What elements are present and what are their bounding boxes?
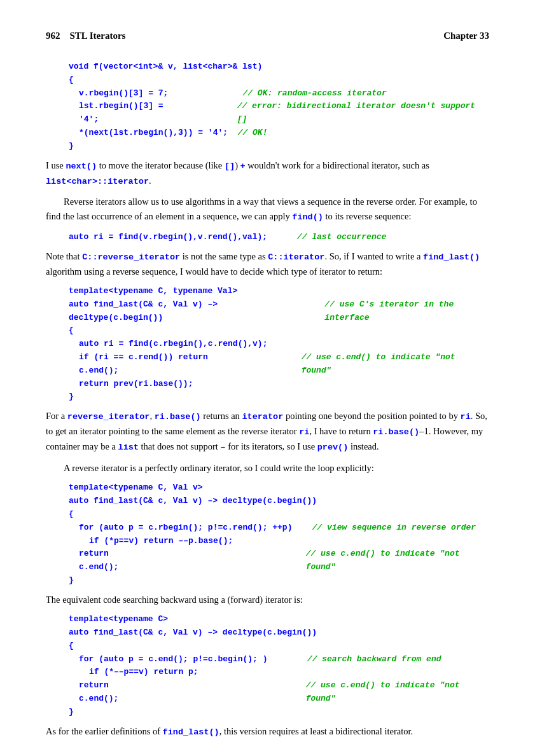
inline-code-findlast: find_last() [423,252,480,262]
code-line: template<typename C, Val v> [69,481,489,495]
code-block-1: void f(vector<int>& v, list<char>& lst) … [69,60,489,153]
code-block-3: template<typename C, typename Val> auto … [69,285,489,404]
inline-code-bracket: [] [225,162,235,171]
code-line: if (ri == c.rend()) return c.end(); // u… [69,351,489,378]
code-line: { [69,324,489,338]
inline-code-minus: – [220,443,225,452]
code-block-5: template<typename C> auto find_last(C& c… [69,613,489,718]
code-line: auto ri = find(c.rbegin(),c.rend(),v); [69,338,489,351]
code-line: } [69,390,489,404]
code-line: void f(vector<int>& v, list<char>& lst) [69,60,489,74]
code-line: } [69,706,489,719]
code-line: if (*p==v) return ––p.base(); [69,535,489,548]
inline-code-prev: prev() [317,443,349,452]
inline-code-creverse: C::reverse_iterator [82,252,180,262]
inline-code-ri2: ri [299,427,309,437]
chapter-number: Chapter 33 [443,31,489,41]
code-line: auto find_last(C& c, Val v) –> decltype(… [69,298,489,325]
code-line: template<typename C> [69,613,489,626]
code-line: { [69,74,489,87]
inline-code-list: list [118,443,139,452]
code-line: { [69,640,489,653]
paragraph-2: Reverse iterators allow us to use algori… [46,195,489,224]
code-line: return prev(ri.base()); [69,378,489,391]
code-block-4: template<typename C, Val v> auto find_la… [69,481,489,587]
code-line: auto ri = find(v.rbegin(),v.rend(),val);… [69,231,489,244]
paragraph-6: The equivalent code searching backward u… [46,593,489,607]
inline-code-reverse-iterator-ribase: reverse_iterator [67,412,150,422]
code-line: return c.end(); // use c.end() to indica… [69,547,489,574]
code-line: for (auto p = c.end(); p!=c.begin(); ) /… [69,653,489,666]
inline-code-find: find() [292,212,323,222]
code-line: for (auto p = c.rbegin(); p!=c.rend(); +… [69,521,489,535]
inline-code-listchar: list<char>::iterator [46,177,149,186]
paragraph-5: A reverse iterator is a perfectly ordina… [46,461,489,475]
inline-code-citerator: C::iterator [268,252,324,262]
code-line: auto find_last(C& c, Val v) –> decltype(… [69,495,489,508]
inline-code-iterator-word: iterator [242,412,283,422]
page-number-section: 962 STL Iterators [46,31,125,41]
inline-code-next: next() [66,162,97,171]
page-number: 962 [46,31,60,41]
inline-code-ri-base: ri.base() [155,412,201,422]
inline-code-ri: ri [461,412,471,422]
inline-code-findlast2: find_last() [163,727,219,737]
section-title: STL Iterators [70,31,126,41]
page: 962 STL Iterators Chapter 33 void f(vect… [0,0,535,756]
code-line: template<typename C, typename Val> [69,285,489,298]
code-line: v.rbegin()[3] = 7; // OK: random-access … [69,87,489,100]
paragraph-7: As for the earlier definitions of find_l… [46,724,489,739]
code-line: { [69,508,489,521]
code-block-2: auto ri = find(v.rbegin(),v.rend(),val);… [69,231,489,244]
paragraph-3: Note that C::reverse_iterator is not the… [46,249,489,278]
code-line: auto find_last(C& c, Val v) –> decltype(… [69,626,489,640]
code-line: lst.rbegin()[3] = '4'; // error: bidirec… [69,100,489,127]
paragraph-1: I use next() to move the iterator becaus… [46,158,489,189]
code-line: } [69,574,489,588]
code-line: } [69,140,489,153]
inline-code-plus: + [240,162,246,171]
code-line: *(next(lst.rbegin(),3)) = '4'; // OK! [69,127,489,140]
code-line: return c.end(); // use c.end() to indica… [69,679,489,706]
paragraph-4: For a reverse_iterator, ri.base() return… [46,409,489,455]
inline-code-ri-base2: ri.base() [373,427,419,437]
page-header: 962 STL Iterators Chapter 33 [46,31,489,41]
code-line: if (*––p==v) return p; [69,666,489,679]
